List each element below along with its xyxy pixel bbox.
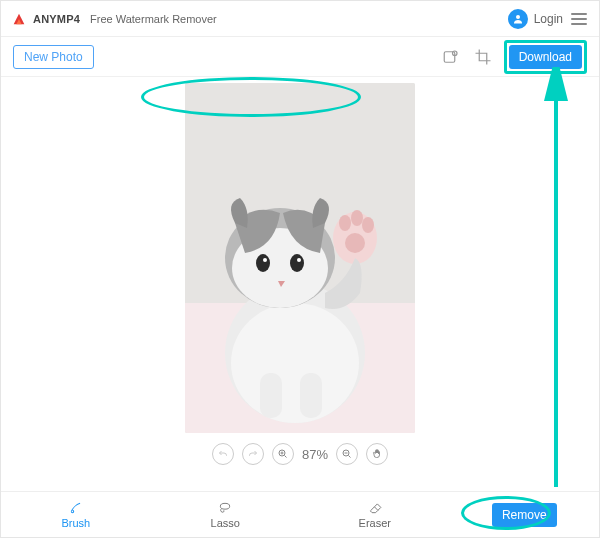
svg-point-11 [263,258,267,262]
zoom-controls: 87% [212,443,388,465]
svg-point-22 [221,503,230,509]
app-title: Free Watermark Remover [90,13,217,25]
crop-icon[interactable] [472,46,494,68]
svg-rect-19 [300,373,322,418]
svg-point-14 [339,215,351,231]
remove-button[interactable]: Remove [492,503,557,527]
hamburger-menu-icon[interactable] [569,9,589,29]
download-highlight: Download [504,40,587,74]
zoom-out-button[interactable] [336,443,358,465]
logo-icon [11,11,27,27]
tab-eraser-label: Eraser [359,517,391,529]
download-button[interactable]: Download [509,45,582,69]
app-header: ANYMP4 Free Watermark Remover Login [1,1,599,37]
brush-icon [67,501,85,515]
svg-point-6 [231,303,359,423]
tab-brush-label: Brush [61,517,90,529]
editing-image[interactable] [185,83,415,433]
svg-point-12 [297,258,301,262]
logo: ANYMP4 Free Watermark Remover [11,11,217,27]
pan-button[interactable] [366,443,388,465]
toolbar: New Photo Download [1,37,599,77]
login-link[interactable]: Login [534,12,563,26]
eraser-icon [366,501,384,515]
svg-rect-18 [260,373,282,418]
brand-name: ANYMP4 [33,13,80,25]
avatar-icon [508,9,528,29]
svg-rect-1 [444,51,455,62]
zoom-in-button[interactable] [272,443,294,465]
lasso-icon [216,501,234,515]
tool-tabs: Brush Lasso Eraser Remove [1,491,599,537]
svg-point-0 [516,15,520,19]
zoom-value: 87% [302,447,328,462]
svg-point-9 [256,254,270,272]
svg-point-17 [345,233,365,253]
svg-point-16 [362,217,374,233]
canvas-area: 87% [1,77,599,491]
redo-button[interactable] [242,443,264,465]
tab-lasso-label: Lasso [211,517,240,529]
new-photo-button[interactable]: New Photo [13,45,94,69]
tab-lasso[interactable]: Lasso [151,492,301,537]
tab-eraser[interactable]: Eraser [300,492,450,537]
undo-button[interactable] [212,443,234,465]
tab-brush[interactable]: Brush [1,492,151,537]
svg-point-15 [351,210,363,226]
svg-point-10 [290,254,304,272]
compare-icon[interactable] [440,46,462,68]
